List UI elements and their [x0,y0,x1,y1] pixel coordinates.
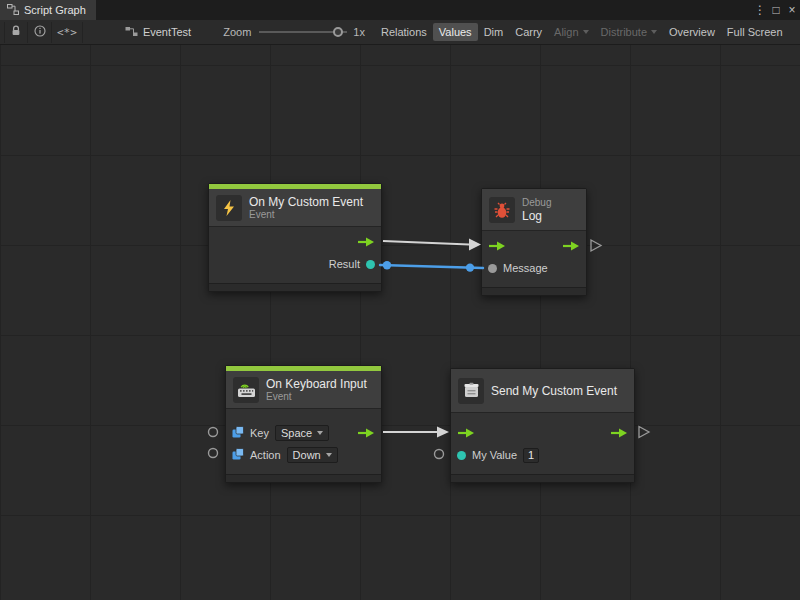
info-icon [34,25,46,39]
node-debug-log[interactable]: Debug Log Message [481,188,587,296]
zoom-slider[interactable] [259,27,347,37]
tab-bar: Script Graph ⋮ □ × [0,0,800,20]
result-port-label: Result [329,258,360,270]
value-wire-result-to-message [380,261,483,272]
my-value-port-label: My Value [472,449,517,461]
key-port-label: Key [250,427,269,439]
my-value-field[interactable] [523,448,539,463]
node-subtitle: Event [249,209,363,221]
node-on-keyboard-input[interactable]: On Keyboard Input Event Key Space [225,365,382,483]
overview-button[interactable]: Overview [663,23,721,41]
key-dropdown[interactable]: Space [275,425,329,441]
flow-input-port[interactable] [488,240,506,252]
code-preview-button[interactable]: <*> [52,22,83,43]
values-button[interactable]: Values [433,23,478,41]
enum-type-icon [232,446,244,464]
script-graph-asset-icon [125,26,138,39]
node-title: On My Custom Event [249,195,363,209]
action-dropdown[interactable]: Down [287,447,338,463]
log-flow-continuation-icon[interactable] [591,240,601,251]
chevron-down-icon [583,30,589,34]
message-input-port[interactable] [488,264,497,273]
tabbar-spacer [96,0,752,20]
action-unconnected-port[interactable] [209,449,218,458]
chevron-down-icon [326,453,332,457]
wire-overlay [0,45,800,600]
graph-canvas[interactable]: On My Custom Event Event Result [0,45,800,600]
node-on-my-custom-event[interactable]: On My Custom Event Event Result [208,183,382,292]
result-output-port[interactable] [366,260,375,269]
relations-button[interactable]: Relations [375,23,433,41]
node-footer [451,474,634,482]
flow-input-port[interactable] [457,427,475,439]
flow-output-port[interactable] [610,427,628,439]
zoom-label: Zoom [223,26,251,38]
close-icon[interactable]: × [784,0,800,20]
send-flow-continuation-icon[interactable] [639,427,649,438]
tab-script-graph[interactable]: Script Graph [0,0,96,20]
node-title: On Keyboard Input [266,377,367,391]
inspect-button[interactable] [28,22,52,43]
maximize-icon[interactable]: □ [768,0,784,20]
node-send-my-custom-event[interactable]: Send My Custom Event My Value [450,368,635,483]
fullscreen-button[interactable]: Full Screen [721,23,789,41]
message-port-label: Message [503,262,548,274]
distribute-dropdown-button[interactable]: Distribute [595,23,663,41]
node-footer [482,287,586,295]
dim-button[interactable]: Dim [478,23,510,41]
lightning-icon [216,195,242,221]
bug-icon [489,197,515,223]
flow-output-port[interactable] [357,427,375,439]
node-footer [209,283,381,291]
tab-title: Script Graph [24,4,86,16]
chevron-down-icon [651,30,657,34]
align-dropdown-button[interactable]: Align [548,23,594,41]
graph-toolbar: <*> EventTest Zoom 1x Relations Values D… [0,20,800,45]
lock-icon [10,25,22,39]
node-category: Debug [522,197,551,209]
my-value-input-port[interactable] [457,451,466,460]
graph-tab-icon [7,4,19,17]
node-title: Send My Custom Event [491,384,617,398]
node-footer [226,474,381,482]
keycode-type-icon [232,424,244,442]
kebab-menu-icon[interactable]: ⋮ [752,0,768,20]
graph-name: EventTest [143,26,191,38]
key-unconnected-port[interactable] [209,428,218,437]
flow-output-port[interactable] [357,236,375,248]
lock-toggle-button[interactable] [4,22,28,43]
action-port-label: Action [250,449,281,461]
zoom-value: 1x [353,26,365,38]
flow-wire-custom-event-to-log [383,239,481,251]
carry-button[interactable]: Carry [509,23,548,41]
chevron-down-icon [317,431,323,435]
my-value-unconnected-port[interactable] [435,450,444,459]
node-subtitle: Event [266,391,367,403]
code-icon: <*> [57,26,77,39]
flow-wire-keyboard-to-send [383,427,449,438]
keyboard-icon [233,377,259,403]
node-title: Log [522,209,551,223]
custom-event-icon [458,378,484,404]
zoom-slider-knob[interactable] [333,27,343,37]
flow-output-port[interactable] [562,240,580,252]
graph-breadcrumb[interactable]: EventTest [125,26,191,39]
